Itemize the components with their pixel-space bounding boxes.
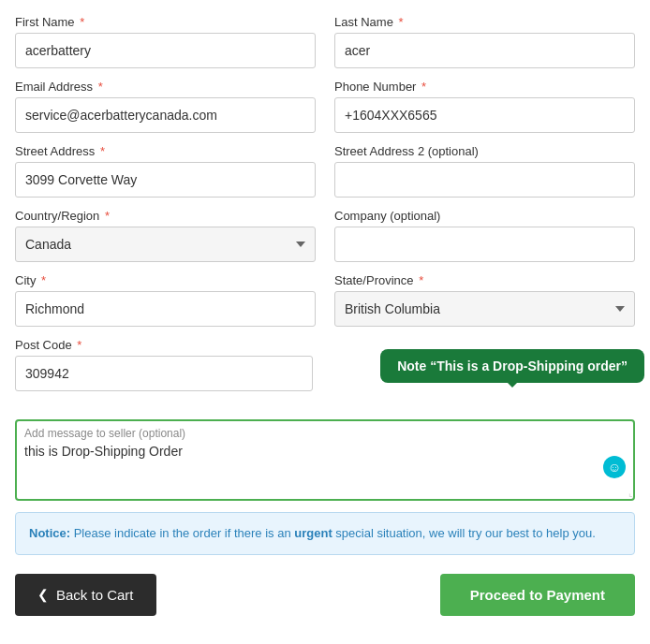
street-address-group: Street Address * (15, 144, 316, 198)
first-name-group: First Name * (15, 15, 316, 68)
email-label: Email Address * (15, 80, 316, 94)
notice-prefix: Notice: (29, 526, 70, 540)
tooltip-bubble: Note “This is a Drop-Shipping order” (380, 349, 644, 383)
state-group: State/Province * British Columbia (334, 273, 635, 327)
street-address-label: Street Address * (15, 144, 316, 158)
company-group: Company (optional) (334, 209, 635, 262)
city-label: City * (15, 273, 316, 287)
smile-icon: ☺ (603, 456, 626, 478)
first-name-label: First Name * (15, 15, 316, 29)
last-name-label: Last Name * (334, 15, 635, 29)
message-textarea[interactable] (24, 444, 626, 490)
company-label: Company (optional) (334, 209, 635, 223)
phone-input[interactable] (334, 97, 635, 133)
company-input[interactable] (334, 227, 635, 262)
notice-text-after: special situation, we will try our best … (332, 526, 596, 540)
back-to-cart-button[interactable]: ❮ Back to Cart (15, 574, 156, 616)
city-group: City * (15, 273, 316, 327)
postcode-row: Post Code * Note “This is a Drop-Shippin… (15, 338, 635, 391)
message-section: Add message to seller (optional) ☺ ⌞ (15, 419, 635, 501)
resize-handle[interactable]: ⌞ (622, 488, 633, 499)
proceed-to-payment-button[interactable]: Proceed to Payment (440, 574, 635, 616)
street-address-input[interactable] (15, 162, 316, 198)
back-arrow-icon: ❮ (37, 587, 49, 602)
footer-buttons: ❮ Back to Cart Proceed to Payment (15, 574, 635, 616)
street-address-2-input[interactable] (334, 162, 635, 198)
street-address-2-label: Street Address 2 (optional) (334, 144, 635, 158)
phone-label: Phone Number * (334, 80, 635, 94)
first-name-input[interactable] (15, 33, 316, 68)
phone-group: Phone Number * (334, 80, 635, 133)
postcode-label: Post Code * (15, 338, 313, 352)
state-select[interactable]: British Columbia (334, 291, 635, 327)
email-input[interactable] (15, 97, 316, 133)
message-label: Add message to seller (optional) (24, 427, 626, 440)
postcode-input[interactable] (15, 356, 313, 391)
notice-urgent: urgent (294, 526, 332, 540)
back-to-cart-label: Back to Cart (56, 587, 134, 603)
last-name-group: Last Name * (334, 15, 635, 68)
notice-text-before: Please indicate in the order if there is… (70, 526, 294, 540)
tooltip-container: Note “This is a Drop-Shipping order” ▼ (616, 357, 635, 377)
email-group: Email Address * (15, 80, 316, 133)
notice-box: Notice: Please indicate in the order if … (15, 512, 635, 555)
street-address-2-group: Street Address 2 (optional) (334, 144, 635, 198)
country-select[interactable]: Canada (15, 227, 316, 262)
state-label: State/Province * (334, 273, 635, 287)
last-name-input[interactable] (334, 33, 635, 68)
city-input[interactable] (15, 291, 316, 327)
country-group: Country/Region * Canada (15, 209, 316, 262)
proceed-label: Proceed to Payment (470, 587, 605, 603)
country-label: Country/Region * (15, 209, 316, 223)
postcode-group: Post Code * (15, 338, 313, 391)
